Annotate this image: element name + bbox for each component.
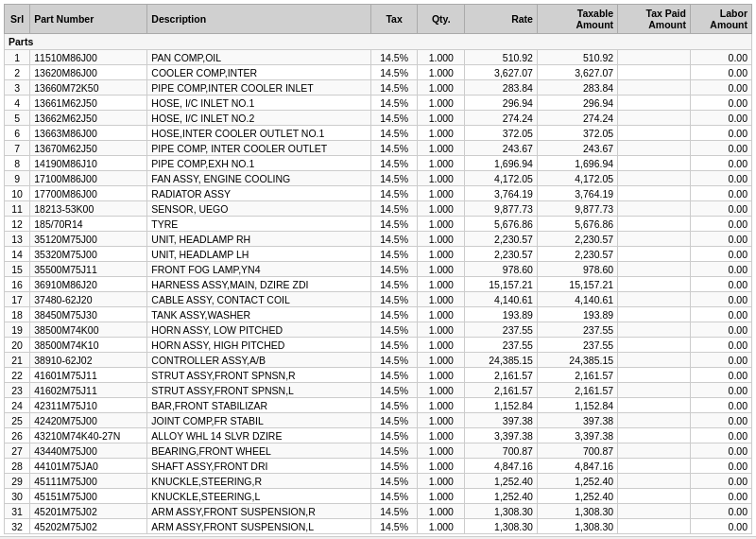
cell-qty: 1.000 — [418, 80, 465, 96]
cell-taxpaid — [618, 459, 691, 474]
cell-rate: 237.55 — [465, 322, 538, 338]
cell-srl: 2 — [5, 65, 30, 80]
table-row: 413661M62J50HOSE, I/C INLET NO.114.5%1.0… — [5, 96, 752, 111]
cell-part: 35120M75J00 — [30, 232, 147, 247]
cell-taxpaid — [618, 201, 691, 217]
cell-desc: FRONT FOG LAMP,YN4 — [147, 262, 370, 277]
cell-labor: 0.00 — [690, 262, 751, 277]
cell-rate: 237.55 — [465, 338, 538, 353]
cell-rate: 283.84 — [465, 80, 538, 96]
table-row: 213620M86J00COOLER COMP,INTER14.5%1.0003… — [5, 65, 752, 80]
cell-srl: 14 — [5, 247, 30, 262]
cell-taxpaid — [618, 322, 691, 338]
cell-part: 14190M86J10 — [30, 156, 147, 171]
cell-taxable: 1,252.40 — [537, 474, 617, 489]
parts-table: Srl Part Number Description Tax Qty. Rat… — [4, 4, 752, 534]
cell-qty: 1.000 — [418, 519, 465, 534]
cell-desc: BEARING,FRONT WHEEL — [147, 443, 370, 459]
cell-labor: 0.00 — [690, 413, 751, 428]
cell-rate: 510.92 — [465, 50, 538, 65]
cell-labor: 0.00 — [690, 489, 751, 504]
cell-srl: 10 — [5, 186, 30, 201]
cell-srl: 11 — [5, 201, 30, 217]
cell-rate: 1,152.84 — [465, 398, 538, 413]
cell-qty: 1.000 — [418, 247, 465, 262]
cell-rate: 978.60 — [465, 262, 538, 277]
cell-tax: 14.5% — [370, 292, 418, 307]
cell-tax: 14.5% — [370, 156, 418, 171]
cell-taxable: 9,877.73 — [537, 201, 617, 217]
cell-rate: 1,696.94 — [465, 156, 538, 171]
cell-taxable: 2,161.57 — [537, 383, 617, 398]
cell-labor: 0.00 — [690, 141, 751, 156]
cell-labor: 0.00 — [690, 459, 751, 474]
cell-taxpaid — [618, 292, 691, 307]
cell-tax: 14.5% — [370, 65, 418, 80]
cell-desc: ARM ASSY,FRONT SUSPENSION,L — [147, 519, 370, 534]
cell-taxable: 1,696.94 — [537, 156, 617, 171]
cell-labor: 0.00 — [690, 171, 751, 186]
cell-part: 13661M62J50 — [30, 96, 147, 111]
cell-part: 38500M74K10 — [30, 338, 147, 353]
cell-desc: PIPE COMP,EXH NO.1 — [147, 156, 370, 171]
parts-table-container: Srl Part Number Description Tax Qty. Rat… — [0, 0, 756, 534]
cell-srl: 16 — [5, 277, 30, 292]
table-row: 3045151M75J00KNUCKLE,STEERING,L14.5%1.00… — [5, 489, 752, 504]
cell-tax: 14.5% — [370, 186, 418, 201]
table-row: 1017700M86J00RADIATOR ASSY14.5%1.0003,76… — [5, 186, 752, 201]
cell-labor: 0.00 — [690, 201, 751, 217]
cell-srl: 5 — [5, 111, 30, 126]
cell-taxpaid — [618, 171, 691, 186]
cell-desc: PIPE COMP, INTER COOLER OUTLET — [147, 141, 370, 156]
cell-tax: 14.5% — [370, 262, 418, 277]
cell-taxable: 274.24 — [537, 111, 617, 126]
cell-qty: 1.000 — [418, 368, 465, 383]
cell-tax: 14.5% — [370, 489, 418, 504]
cell-qty: 1.000 — [418, 428, 465, 443]
cell-tax: 14.5% — [370, 428, 418, 443]
header-taxpaid: Tax Paid Amount — [618, 5, 691, 34]
table-row: 2643210M74K40-27NALLOY WHL 14 SLVR DZIRE… — [5, 428, 752, 443]
cell-part: 42420M75J00 — [30, 413, 147, 428]
cell-part: 41601M75J11 — [30, 368, 147, 383]
cell-qty: 1.000 — [418, 413, 465, 428]
cell-labor: 0.00 — [690, 519, 751, 534]
cell-part: 45151M75J00 — [30, 489, 147, 504]
cell-tax: 14.5% — [370, 398, 418, 413]
cell-taxable: 3,397.38 — [537, 428, 617, 443]
table-row: 2138910-62J02CONTROLLER ASSY,A/B14.5%1.0… — [5, 353, 752, 368]
cell-taxable: 1,308.30 — [537, 504, 617, 519]
cell-qty: 1.000 — [418, 322, 465, 338]
cell-part: 35500M75J11 — [30, 262, 147, 277]
table-row: 2038500M74K10HORN ASSY, HIGH PITCHED14.5… — [5, 338, 752, 353]
cell-rate: 2,230.57 — [465, 247, 538, 262]
cell-taxable: 1,152.84 — [537, 398, 617, 413]
cell-desc: UNIT, HEADLAMP RH — [147, 232, 370, 247]
cell-taxpaid — [618, 232, 691, 247]
table-row: 12185/70R14TYRE14.5%1.0005,676.865,676.8… — [5, 217, 752, 232]
cell-taxpaid — [618, 111, 691, 126]
cell-desc: STRUT ASSY,FRONT SPNSN,L — [147, 383, 370, 398]
cell-labor: 0.00 — [690, 398, 751, 413]
cell-labor: 0.00 — [690, 292, 751, 307]
table-row: 2743440M75J00BEARING,FRONT WHEEL14.5%1.0… — [5, 443, 752, 459]
cell-srl: 13 — [5, 232, 30, 247]
cell-srl: 29 — [5, 474, 30, 489]
table-row: 1535500M75J11FRONT FOG LAMP,YN414.5%1.00… — [5, 262, 752, 277]
cell-desc: CABLE ASSY, CONTACT COIL — [147, 292, 370, 307]
cell-srl: 3 — [5, 80, 30, 96]
cell-qty: 1.000 — [418, 201, 465, 217]
cell-taxable: 978.60 — [537, 262, 617, 277]
cell-labor: 0.00 — [690, 443, 751, 459]
cell-taxpaid — [618, 186, 691, 201]
cell-part: 13660M72K50 — [30, 80, 147, 96]
cell-qty: 1.000 — [418, 292, 465, 307]
cell-taxable: 510.92 — [537, 50, 617, 65]
table-row: 3245202M75J02ARM ASSY,FRONT SUSPENSION,L… — [5, 519, 752, 534]
cell-desc: HORN ASSY, HIGH PITCHED — [147, 338, 370, 353]
cell-rate: 9,877.73 — [465, 201, 538, 217]
cell-tax: 14.5% — [370, 247, 418, 262]
cell-labor: 0.00 — [690, 247, 751, 262]
cell-labor: 0.00 — [690, 474, 751, 489]
cell-srl: 31 — [5, 504, 30, 519]
